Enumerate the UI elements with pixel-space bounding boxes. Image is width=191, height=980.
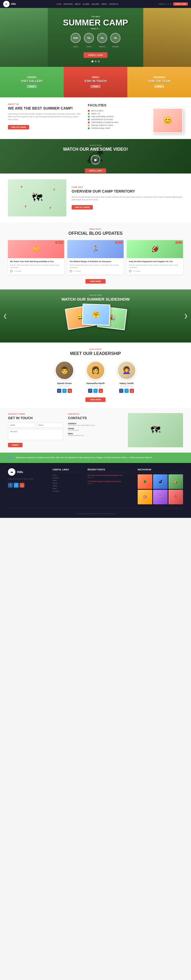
leader-name-1: Daniel Green <box>55 382 74 385</box>
facility-item-6: SPECIAL EVENTS & TRIPS <box>88 124 150 126</box>
card-btn-3[interactable]: MORE <box>154 85 164 88</box>
leader-2-google[interactable]: g <box>99 389 103 393</box>
footer-posts-col: RECENT POSTS We Teach Your Kids that Res… <box>88 468 133 504</box>
instagram-item-5[interactable]: 🏃 <box>153 490 168 504</box>
footer-post-1-title[interactable]: We Teach Your Kids that Responsibility i… <box>88 474 133 476</box>
territory-map-img: 🗺 📍 📍 📍 📍 📍 <box>8 179 66 216</box>
contact-name-input[interactable] <box>8 423 35 428</box>
blog-card-2-text: Praesent vitae lorem ipsum dolor sit ame… <box>70 264 121 269</box>
blog-card-2: 🏃 FEB 26 The Widest Range of Activities … <box>67 240 124 275</box>
territory-find-out-button[interactable]: FIND OUT MORE <box>72 205 93 210</box>
leader-card-1: 👨 Daniel Green Camp Director f t g <box>55 361 74 393</box>
footer-link-contacts[interactable]: Contacts <box>53 490 83 492</box>
contact-email-input[interactable] <box>37 423 64 428</box>
slide-arrow-left[interactable]: ❮ <box>3 313 7 319</box>
nav-link-about[interactable]: ABOUT <box>75 3 81 5</box>
slideshow-content: Summer Camp WATCH OUR SUMMER SLIDESHOW 😄… <box>0 290 191 332</box>
twitter-icon[interactable]: t <box>170 3 171 5</box>
footer-instagram-col: INSTAGRAM 🌲 🏕 ⛺ 🎯 🏃 🎈 <box>138 468 183 504</box>
card-btn-2[interactable]: MORE <box>91 85 100 88</box>
contact-message-input[interactable] <box>8 429 63 440</box>
play-button[interactable]: ▶ <box>91 155 100 164</box>
video-label: Summer Camp <box>0 144 191 146</box>
leader-name-3: Valary Smith <box>117 382 136 385</box>
instagram-item-1[interactable]: 🌲 <box>138 474 152 489</box>
footer-link-home[interactable]: Home <box>53 474 83 476</box>
instagram-item-2[interactable]: 🏕 <box>153 474 168 489</box>
instagram-item-6[interactable]: 🎈 <box>169 490 183 504</box>
nav-link-features[interactable]: FEATURES <box>64 3 73 5</box>
facilities-content: FACILITIES BOYS & GIRLS AGES 7-16 FINE &… <box>88 103 183 133</box>
instagram-item-4[interactable]: 🎯 <box>138 490 152 504</box>
leader-3-twitter[interactable]: t <box>124 389 129 393</box>
contact-section: CONTACT FORM GET IN TOUCH SUBMIT CONTACT… <box>0 408 191 453</box>
email-label: EMAIL <box>68 433 123 434</box>
hero-subtitle: The Best <box>0 15 191 18</box>
nav-link-alumni[interactable]: ALUMNI <box>83 3 90 5</box>
blog-card-3-title: Only the Best Equipment and Supplies for… <box>129 260 181 263</box>
card-btn-1[interactable]: MORE <box>27 85 37 88</box>
leader-social-2: f t g <box>86 389 105 393</box>
leader-3-facebook[interactable]: f <box>119 389 123 393</box>
leader-1-google[interactable]: g <box>68 389 72 393</box>
territory-text: Aenean vel pellentesque lorem ipsum dolo… <box>72 196 183 201</box>
video-enroll-button[interactable]: ENROLL NOW <box>85 169 106 173</box>
footer-link-news[interactable]: News <box>53 488 83 489</box>
facility-item-1: BOYS & GIRLS <box>88 110 150 112</box>
twitter-bird-icon: 🐦 <box>8 455 13 460</box>
counter-label-4: SECONDS <box>112 46 119 48</box>
blog-cards: 🤝 MAR 14 We Teach Your Kids that Respons… <box>8 240 183 275</box>
slide-arrow-right[interactable]: ❯ <box>184 313 188 319</box>
card-title-1: VISIT GALLERY <box>21 80 43 83</box>
about-text: 7Hills Camp is at the Hills and Hills. S… <box>8 113 81 121</box>
leadership-view-more-button[interactable]: VIEW MORE <box>86 398 106 402</box>
instagram-item-3[interactable]: ⛺ <box>169 474 183 489</box>
card-tag-2: About <box>92 76 100 78</box>
leader-2-twitter[interactable]: t <box>93 389 98 393</box>
footer-link-features[interactable]: Features <box>53 477 83 479</box>
comment-icon-2: 💬 <box>70 270 72 272</box>
about-content: ABOUT US WE ARE THE BEST SUMMER CAMP! 7H… <box>8 103 81 133</box>
leader-2-facebook[interactable]: f <box>88 389 92 393</box>
counter-label-1: HOURS <box>73 46 78 48</box>
footer-post-2-title[interactable]: The Widest Range of Activities for Every… <box>88 480 133 482</box>
contact-submit-button[interactable]: SUBMIT <box>8 443 22 447</box>
facility-item-2: AGES 7-16 <box>88 113 150 115</box>
footer-link-gallery[interactable]: Gallery <box>53 485 83 487</box>
territory-title: OVERVIEW OUR CAMP TERRITORY <box>72 189 183 194</box>
twitter-section: 🐦 @Someone: praesent a convallis cursus … <box>0 453 191 463</box>
leader-1-facebook[interactable]: f <box>57 389 61 393</box>
nav-link-home[interactable]: HOME <box>56 3 62 5</box>
nav-link-news[interactable]: NEWS <box>102 3 107 5</box>
comment-icon-1: 💬 <box>10 270 13 272</box>
blog-card-3-text: Praesent vitae lorem ipsum dolor sit ame… <box>129 264 181 269</box>
counter-hours-full: NaN HOURS <box>70 33 81 48</box>
cards-row: Gallery VISIT GALLERY MORE About STAY IN… <box>0 67 191 97</box>
blog-view-more-button[interactable]: VIEW MORE <box>86 279 106 283</box>
blog-card-3: 🏈 FEB 1 Only the Best Equipment and Supp… <box>127 240 183 275</box>
address-label: ADDRESS <box>68 423 123 425</box>
footer-copyright: © Copyright yourwebsite.com 2014. All Ri… <box>76 513 116 514</box>
nav-logo-icon: ⛰ <box>3 1 10 7</box>
nav-link-gallery[interactable]: GALLERY <box>92 3 99 5</box>
leader-1-twitter[interactable]: t <box>62 389 67 393</box>
leader-3-google[interactable]: g <box>130 389 134 393</box>
footer-facebook-icon[interactable]: f <box>8 483 13 488</box>
footer-links-col: USEFUL LINKS Home Features About Alumni … <box>53 468 83 504</box>
facebook-icon[interactable]: f <box>168 3 169 5</box>
footer-twitter-icon[interactable]: t <box>14 483 19 488</box>
leader-avatar-2: 👩 <box>86 361 105 380</box>
card-title-2: STAY IN TOUCH <box>84 80 107 83</box>
contact-form-title: GET IN TOUCH <box>8 416 63 420</box>
blog-meta-1: 4 / 3 posts <box>14 270 21 272</box>
leader-role-2: Head Counselor <box>86 385 105 387</box>
hero-enroll-button[interactable]: ENROLL NOW <box>84 52 108 58</box>
enroll-now-button[interactable]: ENROLL NOW <box>173 2 188 6</box>
footer-google-icon[interactable]: g <box>20 483 24 488</box>
footer-link-alumni[interactable]: Alumni <box>53 482 83 484</box>
blog-section: MAIN POST OFFICIAL BLOG UPDATES 🤝 MAR 14… <box>0 222 191 290</box>
footer-link-about[interactable]: About <box>53 480 83 481</box>
about-section: ABOUT US WE ARE THE BEST SUMMER CAMP! 7H… <box>0 97 191 139</box>
nav-link-contacts[interactable]: CONTACTS <box>109 3 118 5</box>
find-out-more-button[interactable]: FIND OUT MORE <box>8 125 29 129</box>
